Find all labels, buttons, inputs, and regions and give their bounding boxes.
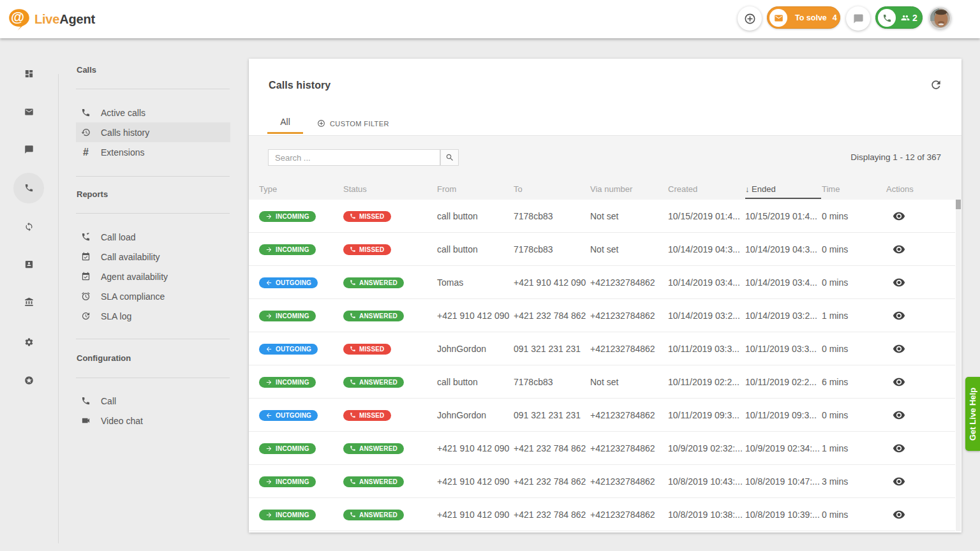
svg-text:@: @ — [11, 9, 24, 25]
